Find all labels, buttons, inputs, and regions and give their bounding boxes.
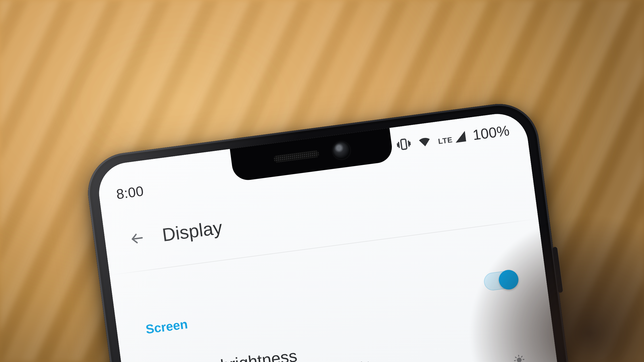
setting-adaptive-brightness[interactable]: Adaptive brightness Optimize brightness … — [150, 317, 524, 362]
earpiece-speaker — [273, 150, 320, 163]
front-camera — [332, 141, 351, 160]
section-heading-screen: Screen — [145, 317, 189, 337]
adaptive-brightness-toggle[interactable] — [483, 269, 518, 292]
cell-signal-icon: LTE — [437, 130, 467, 146]
vibrate-icon — [395, 136, 412, 153]
svg-rect-0 — [401, 139, 407, 150]
battery-text: 100% — [472, 122, 510, 143]
arrow-left-icon — [128, 229, 147, 248]
brightness-high-icon — [513, 354, 526, 362]
wifi-icon — [417, 134, 433, 150]
svg-point-1 — [517, 358, 521, 362]
page-title: Display — [161, 217, 224, 246]
status-time: 8:00 — [115, 183, 145, 202]
network-label: LTE — [438, 135, 453, 146]
back-button[interactable] — [126, 227, 149, 250]
